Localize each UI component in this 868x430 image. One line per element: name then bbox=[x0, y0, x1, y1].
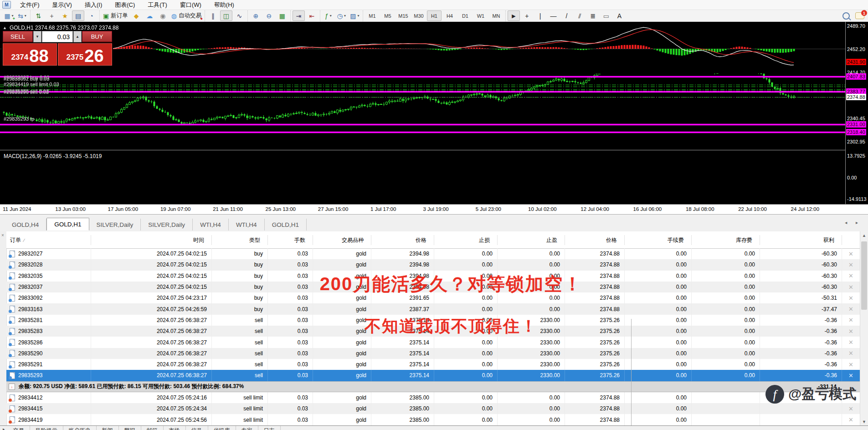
table-header-cell[interactable] bbox=[842, 235, 860, 245]
metaeditor-button[interactable]: ◆ bbox=[130, 10, 143, 21]
notification-icon[interactable]: 1 bbox=[855, 12, 864, 19]
close-order-button[interactable]: ✕ bbox=[848, 416, 853, 423]
bottom-tab[interactable]: 市场 bbox=[164, 426, 186, 430]
table-row[interactable]: 29835290 2024.07.25 06:38:27 sell 0.03 g… bbox=[6, 348, 860, 359]
text-tool-button[interactable]: A bbox=[613, 10, 626, 21]
table-row[interactable]: 29835291 2024.07.25 06:38:27 sell 0.03 g… bbox=[6, 359, 860, 370]
close-order-button[interactable]: ✕ bbox=[848, 272, 853, 279]
timeframe-m15[interactable]: M15 bbox=[396, 10, 411, 21]
chart-profiles-button[interactable]: ⇆ ▾ bbox=[16, 10, 28, 21]
lot-decrease-button[interactable]: ▼ bbox=[33, 31, 41, 42]
table-header-cell[interactable]: 价格 bbox=[371, 235, 434, 245]
sell-button[interactable]: SELL bbox=[3, 31, 33, 42]
table-row[interactable]: 29832028 2024.07.25 04:02:15 buy 0.03 go… bbox=[6, 259, 860, 270]
table-row[interactable]: 29834415 2024.07.25 05:24:34 sell limit … bbox=[6, 403, 860, 414]
buy-button[interactable]: BUY bbox=[82, 31, 112, 42]
timeframe-w1[interactable]: W1 bbox=[473, 10, 488, 21]
bottom-tab[interactable]: 警报 bbox=[119, 426, 141, 430]
channel-tool-button[interactable]: ⫽ bbox=[574, 10, 586, 21]
bottom-tab[interactable]: 邮箱 bbox=[141, 426, 164, 430]
scroll-down-icon[interactable]: ▼ bbox=[860, 418, 868, 425]
bottom-tab[interactable]: 日志 bbox=[258, 426, 281, 430]
table-header-cell[interactable]: 止损 bbox=[434, 235, 498, 245]
table-header-cell[interactable]: 获利 bbox=[760, 235, 842, 245]
close-order-button[interactable]: ✕ bbox=[848, 350, 853, 357]
bar-chart-type-button[interactable]: ∥ bbox=[207, 10, 219, 21]
chart-tab[interactable]: SILVER,Daily bbox=[89, 219, 141, 230]
signals-button[interactable]: ◉ bbox=[157, 10, 169, 21]
chart-tab[interactable]: GOLD,H1 bbox=[265, 219, 307, 230]
chart-window[interactable]: ▲ GOLD,H1 2374.68 2375.76 2373.07 2374.8… bbox=[0, 22, 868, 214]
timeframe-d1[interactable]: D1 bbox=[458, 10, 473, 21]
autotrading-button[interactable]: ◍ ● 自动交易 bbox=[170, 10, 203, 21]
new-order-button[interactable]: ▣ 新订单 bbox=[102, 10, 129, 21]
close-order-button[interactable]: ✕ bbox=[848, 261, 853, 268]
vertical-line-tool-button[interactable]: | bbox=[534, 10, 546, 21]
terminal-button[interactable]: ▤ bbox=[72, 10, 84, 21]
menu-item[interactable]: 窗口(W) bbox=[174, 0, 208, 10]
table-header-cell[interactable]: 订单∕ bbox=[6, 235, 91, 245]
table-row[interactable]: 29832027 2024.07.25 04:02:15 buy 0.03 go… bbox=[6, 248, 860, 259]
data-window-button[interactable]: + bbox=[46, 10, 58, 21]
close-order-button[interactable]: ✕ bbox=[848, 361, 853, 368]
menu-item[interactable]: 插入(I) bbox=[78, 0, 108, 10]
menu-item[interactable]: 工具(T) bbox=[141, 0, 174, 10]
table-header-cell[interactable]: 库存费 bbox=[692, 235, 760, 245]
close-order-button[interactable]: ✕ bbox=[848, 372, 853, 379]
menu-item[interactable]: 显示(V) bbox=[46, 0, 78, 10]
close-order-button[interactable]: ✕ bbox=[848, 405, 853, 412]
zoom-in-button[interactable]: ⊕ bbox=[250, 10, 262, 21]
vertical-scrollbar[interactable]: ▲ ▼ bbox=[860, 231, 868, 425]
bottom-tab[interactable]: 账户历史 bbox=[63, 426, 97, 430]
close-terminal-icon[interactable]: × bbox=[1, 233, 4, 238]
table-row[interactable]: 29835293 2024.07.25 06:38:27 sell 0.03 g… bbox=[6, 370, 860, 381]
horizontal-line-tool-button[interactable]: — bbox=[547, 10, 560, 21]
timeframe-m30[interactable]: M30 bbox=[411, 10, 426, 21]
close-order-button[interactable]: ✕ bbox=[848, 295, 853, 302]
new-chart-button[interactable]: ▦ + ▾ bbox=[3, 10, 15, 21]
macd-canvas[interactable] bbox=[0, 22, 846, 73]
scrollbar-thumb[interactable] bbox=[861, 241, 867, 310]
table-row[interactable]: 29834412 2024.07.25 05:24:16 sell limit … bbox=[6, 392, 860, 403]
bottom-tab[interactable]: 新闻 bbox=[97, 426, 119, 430]
zoom-out-button[interactable]: ⊖ bbox=[263, 10, 275, 21]
cursor-tool-button[interactable]: ► bbox=[508, 10, 520, 21]
table-header-cell[interactable]: 类型 bbox=[212, 235, 268, 245]
bottom-tab[interactable]: 风险提示 bbox=[30, 426, 63, 430]
close-order-button[interactable]: ✕ bbox=[848, 306, 853, 312]
table-header-cell[interactable]: 手续费 bbox=[625, 235, 692, 245]
bid-price-tile[interactable]: 2374 88 bbox=[3, 43, 57, 66]
tab-scroll-arrows[interactable]: ◂ ▸ bbox=[845, 220, 862, 225]
search-icon[interactable] bbox=[842, 12, 850, 20]
ask-price-tile[interactable]: 2375 26 bbox=[58, 43, 112, 66]
close-order-button[interactable]: ✕ bbox=[848, 328, 853, 335]
scroll-up-icon[interactable]: ▲ bbox=[860, 231, 868, 239]
table-header-cell[interactable]: 交易品种 bbox=[313, 235, 371, 245]
lot-size-input[interactable]: 0.03 bbox=[42, 31, 73, 42]
indicators-button[interactable]: ƒ ▾ bbox=[322, 10, 334, 21]
table-header-cell[interactable]: 止盈 bbox=[498, 235, 565, 245]
timeframe-m5[interactable]: M5 bbox=[380, 10, 395, 21]
close-order-button[interactable]: ✕ bbox=[848, 284, 853, 291]
close-order-button[interactable]: ✕ bbox=[848, 251, 853, 257]
templates-button[interactable]: ▨ ▾ bbox=[349, 10, 361, 21]
lot-increase-button[interactable]: ▲ bbox=[73, 31, 82, 42]
periods-button[interactable]: ◷ ▾ bbox=[335, 10, 348, 21]
cloud-button[interactable]: ☁ bbox=[144, 10, 156, 21]
bottom-tab[interactable]: 交易 bbox=[8, 426, 30, 430]
bottom-tab[interactable]: 代码库 bbox=[208, 426, 236, 430]
table-row[interactable]: 29833163 2024.07.25 04:26:59 buy 0.03 go… bbox=[6, 303, 860, 314]
trendline-tool-button[interactable]: / bbox=[560, 10, 573, 21]
table-row[interactable]: 29835286 2024.07.25 06:38:27 sell 0.03 g… bbox=[6, 337, 860, 348]
shapes-tool-button[interactable]: ▭ bbox=[600, 10, 612, 21]
bottom-tab[interactable]: 专家 bbox=[236, 426, 258, 430]
chart-tab[interactable]: WTI,H4 bbox=[229, 219, 265, 230]
candlestick-chart-type-button[interactable]: ◫ bbox=[220, 10, 232, 21]
chart-tab[interactable]: SILVER,Daily bbox=[141, 219, 193, 230]
crosshair-tool-button[interactable]: + bbox=[521, 10, 533, 21]
strategy-tester-button[interactable]: ◔ bbox=[85, 10, 98, 21]
market-watch-button[interactable]: ⇅ bbox=[32, 10, 45, 21]
timeframe-m1[interactable]: M1 bbox=[365, 10, 380, 21]
timeframe-mn[interactable]: MN bbox=[489, 10, 503, 21]
table-row[interactable]: 29834419 2024.07.25 05:24:56 sell limit … bbox=[6, 414, 860, 425]
